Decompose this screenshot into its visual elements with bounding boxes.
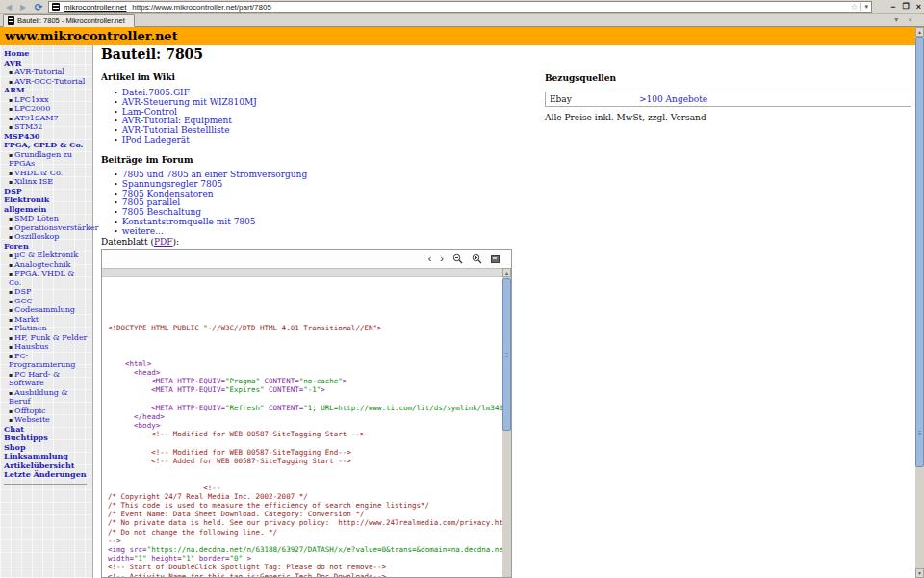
minimize-button[interactable]: − <box>890 1 895 13</box>
sidebar-item[interactable]: ▪HF, Funk & Felder <box>4 333 88 343</box>
page-title: Bauteil: 7805 <box>101 46 203 62</box>
sidebar-item[interactable]: ▪LPC1xxx <box>4 95 88 105</box>
sidebar-item[interactable]: ▪GCC <box>4 297 88 306</box>
content-link[interactable]: Spannungsregler 7805 <box>122 179 223 189</box>
code-segment: CONTENT= <box>260 377 299 385</box>
code-segment: "1" <box>134 554 147 563</box>
datasheet-prefix: Datenblatt ( <box>101 237 154 247</box>
code-line: /* This code is used to measure the effi… <box>108 501 502 510</box>
pdf-next-page-icon[interactable]: › <box>440 253 444 264</box>
code-line: <!-- Modified for WEB 00587-SiteTagging … <box>108 430 502 438</box>
url-bar[interactable]: mikrocontroller.net https://www.mikrocon… <box>48 1 872 13</box>
sidebar-item[interactable]: ▪Codesammlung <box>4 305 88 315</box>
offers-link[interactable]: >100 Angebote <box>639 94 707 104</box>
sidebar-category[interactable]: Foren <box>4 242 88 251</box>
content-link[interactable]: Datei:7805.GIF <box>122 88 190 97</box>
code-line: <img src="https://na.decdna.net/n/63188/… <box>108 545 502 554</box>
bullet-icon: ▪ <box>9 115 13 121</box>
sidebar-item[interactable]: ▪PC Hard- & Software <box>4 370 88 388</box>
content-link[interactable]: 7805 parallel <box>122 197 181 207</box>
pdf-prev-page-icon[interactable]: ‹ <box>428 253 432 264</box>
wiki-link-list: •Datei:7805.GIF•AVR-Steuerung mit WIZ810… <box>114 89 257 145</box>
sidebar-item[interactable]: ▪Operationsverstärker <box>4 223 88 233</box>
sidebar-item[interactable]: ▪µC & Elektronik <box>4 250 88 260</box>
pdf-scroll-up-icon[interactable]: ▲ <box>502 268 511 277</box>
content-link[interactable]: AVR-Steuerung mit WIZ810MJ <box>122 97 257 107</box>
sidebar-item[interactable]: ▪Markt <box>4 315 88 325</box>
code-segment: "no-cache" <box>299 377 343 385</box>
content-link[interactable]: IPod Ladegerät <box>122 135 190 144</box>
code-segment: <!DOCTYPE HTML PUBLIC "-//W3C//DTD HTML … <box>108 324 381 332</box>
pdf-zoom-in-icon[interactable] <box>472 253 482 264</box>
content-link[interactable]: weitere... <box>122 226 164 236</box>
sidebar-category[interactable]: FPGA, CPLD & Co. <box>4 141 88 150</box>
code-segment: /* Do not change the following line. */ <box>108 528 277 537</box>
datasheet-pdf-link[interactable]: PDF <box>154 237 173 247</box>
code-segment: "Refresh" <box>225 404 265 412</box>
content-link[interactable]: Lam-Control <box>122 107 177 117</box>
url-dropdown-icon[interactable]: ▾ <box>860 3 868 11</box>
back-icon[interactable]: ◀ <box>3 2 14 13</box>
tab-close-icon[interactable]: × <box>908 15 912 24</box>
content-link[interactable]: 7805 Kondensatoren <box>122 189 214 198</box>
sidebar-item[interactable]: ▪AT91SAM7 <box>4 114 88 123</box>
sidebar-item[interactable]: ▪Ausbildung & Beruf <box>4 388 88 407</box>
reload-icon[interactable]: ⟳ <box>33 2 44 13</box>
tab-list-icon[interactable]: ▾ <box>894 15 898 24</box>
content-link[interactable]: 7805 Beschaltung <box>122 207 201 217</box>
sidebar-item[interactable]: ▪LPC2000 <box>4 104 88 114</box>
sidebar-item[interactable]: ▪VHDL & Co. <box>4 169 88 178</box>
code-segment: --> <box>108 537 121 545</box>
page-scrollbar[interactable]: ▲ ▼ <box>915 27 924 578</box>
sidebar-item[interactable]: ▪Platinen <box>4 324 88 333</box>
code-line: /* Copyright 24/7 Real Media Inc. 2002-2… <box>108 492 502 501</box>
scroll-up-icon[interactable]: ▲ <box>915 27 924 37</box>
forward-icon[interactable]: ▶ <box>17 2 29 13</box>
content-link[interactable]: Konstantstromquelle mit 7805 <box>122 217 256 226</box>
sidebar-item[interactable]: ▪Hausbus <box>4 342 88 352</box>
code-line: <!-- Start of DoubleClick Spotlight Tag:… <box>108 563 502 571</box>
code-segment: CONTENT= <box>265 404 304 412</box>
content-link[interactable]: AVR-Tutorial: Equipment <box>122 116 232 125</box>
sidebar-category[interactable]: AVR <box>4 59 88 68</box>
content-link[interactable]: AVR-Tutorial Bestellliste <box>122 125 230 135</box>
sidebar-item[interactable]: ▪Analogtechnik <box>4 260 88 270</box>
bookmark-star-icon[interactable]: ☆ <box>850 2 858 12</box>
bullet-icon: ▪ <box>9 123 13 130</box>
tab-strip: Bauteil: 7805 - Mikrocontroller.net ▾ × <box>0 14 924 27</box>
code-line: <!-- <box>108 484 502 492</box>
code-segment: > <box>343 377 347 385</box>
sidebar-item[interactable]: ▪PC-Programmierung <box>4 352 88 370</box>
sidebar-item[interactable]: ▪FPGA, VHDL & Co. <box>4 269 88 287</box>
forum-link-list: •7805 und 7805 an einer Stromversorgung•… <box>114 171 307 237</box>
tab-title: Bauteil: 7805 - Mikrocontroller.net <box>17 16 125 25</box>
code-line: /* Do not change the following line. */ <box>108 528 502 537</box>
bullet-icon: • <box>114 227 118 236</box>
sidebar-category[interactable]: Elektronik allgemein <box>4 196 88 214</box>
pdf-save-icon[interactable] <box>491 255 500 263</box>
pdf-scrollbar[interactable]: ▲ <box>502 268 511 577</box>
scroll-down-icon[interactable]: ▼ <box>915 568 924 578</box>
code-segment: width= <box>108 554 134 563</box>
bullet-icon: • <box>114 89 118 97</box>
sidebar-category[interactable]: Letzte Änderungen <box>4 470 88 480</box>
sidebar-item[interactable]: ▪DSP <box>4 287 88 297</box>
code-line <box>108 439 502 448</box>
restore-button[interactable]: ❐ <box>903 1 910 13</box>
sidebar-item[interactable]: ▪Grundlagen zu FPGAs <box>4 150 88 169</box>
pdf-zoom-out-icon[interactable] <box>452 253 463 264</box>
sidebar-item[interactable]: ▪SMD Löten <box>4 214 88 223</box>
list-item: •IPod Ladegerät <box>114 136 257 145</box>
code-segment: "1; URL=http://www.ti.com/lit/ds/symlink… <box>303 404 502 412</box>
close-button[interactable]: × <box>916 1 921 13</box>
content-link[interactable]: 7805 und 7805 an einer Stromversorgung <box>122 170 307 179</box>
page-scrollbar-thumb[interactable] <box>915 37 924 467</box>
bullet-icon: • <box>114 108 118 117</box>
pdf-scrollbar-thumb[interactable] <box>502 278 511 431</box>
sidebar-item[interactable]: ▪Offtopic <box>4 407 88 416</box>
bullet-icon: • <box>114 136 118 144</box>
sidebar-category[interactable]: ARM <box>4 86 88 95</box>
tab-bauteil-7805[interactable]: Bauteil: 7805 - Mikrocontroller.net <box>3 14 135 27</box>
sidebar-item[interactable]: ▪AVR-Tutorial <box>4 67 88 77</box>
site-title: www.mikrocontroller.net <box>5 29 178 43</box>
